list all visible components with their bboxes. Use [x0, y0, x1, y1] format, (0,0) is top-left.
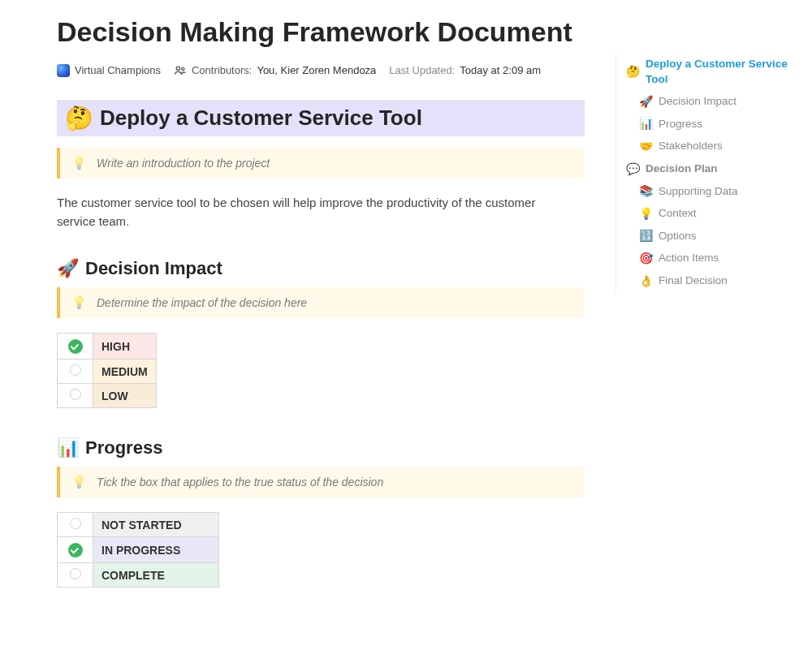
table-row: IN PROGRESS — [58, 537, 219, 563]
heading-progress-text: Progress — [85, 437, 162, 459]
radio-empty-icon[interactable] — [70, 364, 81, 376]
table-row: NOT STARTED — [58, 513, 219, 537]
toc-item[interactable]: 👌Final Decision — [624, 270, 796, 293]
choice-label[interactable]: NOT STARTED — [93, 513, 219, 537]
toc-item-icon: 👌 — [639, 273, 652, 290]
heading-progress[interactable]: 📊 Progress — [57, 437, 585, 459]
toc-item-label: Stakeholders — [659, 139, 723, 154]
table-row: HIGH — [58, 334, 157, 359]
toc-item-label: Supporting Data — [659, 184, 738, 200]
choice-label[interactable]: LOW — [93, 384, 157, 408]
workspace-avatar-icon — [57, 64, 70, 77]
radio-empty-icon[interactable] — [70, 389, 81, 400]
updated-label: Last Updated: — [389, 64, 455, 76]
svg-point-1 — [182, 67, 184, 70]
workspace-name: Virtual Champions — [75, 64, 161, 76]
contributors-value: You, Kier Zoren Mendoza — [257, 64, 376, 76]
table-row: COMPLETE — [58, 563, 219, 588]
table-row: LOW — [58, 384, 157, 408]
toc-item-icon: 📚 — [639, 183, 652, 200]
outline-toc: 🤔Deploy a Customer Service Tool🚀Decision… — [615, 54, 796, 292]
toc-item-label: Context — [659, 206, 697, 222]
toc-item[interactable]: 📊Progress — [624, 113, 796, 136]
lightbulb-icon: 💡 — [71, 475, 87, 489]
callout-deploy-text: Write an introduction to the project — [97, 157, 270, 170]
bar-chart-icon: 📊 — [57, 437, 79, 459]
progress-table: NOT STARTEDIN PROGRESSCOMPLETE — [57, 512, 219, 588]
callout-progress[interactable]: 💡 Tick the box that applies to the true … — [57, 467, 585, 497]
toc-item[interactable]: 🚀Decision Impact — [624, 91, 796, 114]
heading-impact[interactable]: 🚀 Decision Impact — [57, 258, 585, 279]
document-main: Decision Making Framework Document Virtu… — [0, 0, 585, 588]
radio-checked-icon[interactable] — [68, 543, 83, 558]
rocket-icon: 🚀 — [57, 258, 79, 279]
radio-empty-icon[interactable] — [70, 518, 81, 529]
toc-item-label: Action Items — [659, 251, 719, 266]
thinking-face-icon: 🤔 — [65, 105, 93, 131]
heading-impact-text: Decision Impact — [85, 258, 222, 279]
toc-item-icon: 🤔 — [626, 64, 639, 80]
toc-item[interactable]: 🔢Options — [624, 225, 796, 248]
toc-item-icon: 💡 — [639, 206, 652, 222]
toc-item-label: Final Decision — [659, 273, 728, 289]
toc-item-icon: 🎯 — [639, 251, 652, 267]
toc-item-icon: 🤝 — [639, 139, 652, 155]
toc-item-label: Decision Plan — [646, 161, 718, 177]
workspace-chip[interactable]: Virtual Champions — [57, 64, 161, 77]
choice-label[interactable]: MEDIUM — [93, 359, 157, 384]
toc-item[interactable]: 🎯Action Items — [624, 248, 796, 270]
toc-item-icon: 🚀 — [639, 94, 652, 110]
impact-table: HIGHMEDIUMLOW — [57, 333, 157, 408]
last-updated-chip: Last Updated: Today at 2:09 am — [389, 64, 541, 76]
doc-meta-row: Virtual Champions Contributors: You, Kie… — [57, 64, 585, 77]
callout-deploy[interactable]: 💡 Write an introduction to the project — [57, 148, 585, 179]
page-title: Decision Making Framework Document — [57, 15, 585, 50]
contributors-chip[interactable]: Contributors: You, Kier Zoren Mendoza — [174, 64, 376, 77]
choice-label[interactable]: HIGH — [93, 334, 157, 359]
people-icon — [174, 64, 187, 77]
radio-checked-icon[interactable] — [68, 339, 83, 354]
toc-item[interactable]: 🤔Deploy a Customer Service Tool — [624, 54, 796, 91]
toc-item[interactable]: 💡Context — [624, 203, 796, 226]
toc-item[interactable]: 💬Decision Plan — [624, 158, 796, 181]
choice-label[interactable]: COMPLETE — [93, 563, 219, 588]
toc-item-label: Deploy a Customer Service Tool — [646, 57, 794, 88]
radio-cell[interactable] — [58, 537, 93, 563]
deploy-body[interactable]: The customer service tool to be chosen w… — [57, 193, 560, 231]
callout-impact-text: Determine the impact of the decision her… — [97, 296, 307, 309]
toc-item-label: Progress — [659, 117, 702, 132]
contributors-label: Contributors: — [192, 64, 252, 76]
heading-deploy[interactable]: 🤔 Deploy a Customer Service Tool — [57, 100, 585, 136]
toc-item-label: Decision Impact — [659, 94, 736, 110]
radio-cell[interactable] — [58, 384, 93, 408]
radio-cell[interactable] — [58, 334, 93, 359]
radio-cell[interactable] — [58, 563, 93, 588]
callout-progress-text: Tick the box that applies to the true st… — [97, 476, 383, 489]
toc-item-icon: 🔢 — [639, 228, 652, 244]
lightbulb-icon: 💡 — [71, 156, 87, 170]
table-row: MEDIUM — [58, 359, 157, 384]
radio-cell[interactable] — [58, 513, 93, 537]
toc-item-label: Options — [659, 229, 697, 244]
choice-label[interactable]: IN PROGRESS — [93, 537, 219, 563]
lightbulb-icon: 💡 — [71, 295, 87, 310]
radio-cell[interactable] — [58, 359, 93, 384]
updated-value: Today at 2:09 am — [460, 64, 541, 76]
toc-item[interactable]: 📚Supporting Data — [624, 180, 796, 203]
toc-item[interactable]: 🤝Stakeholders — [624, 136, 796, 158]
callout-impact[interactable]: 💡 Determine the impact of the decision h… — [57, 287, 585, 318]
toc-item-icon: 📊 — [639, 116, 652, 132]
toc-item-icon: 💬 — [626, 161, 639, 178]
heading-deploy-text: Deploy a Customer Service Tool — [100, 105, 422, 131]
radio-empty-icon[interactable] — [70, 568, 81, 579]
svg-point-0 — [176, 67, 179, 70]
